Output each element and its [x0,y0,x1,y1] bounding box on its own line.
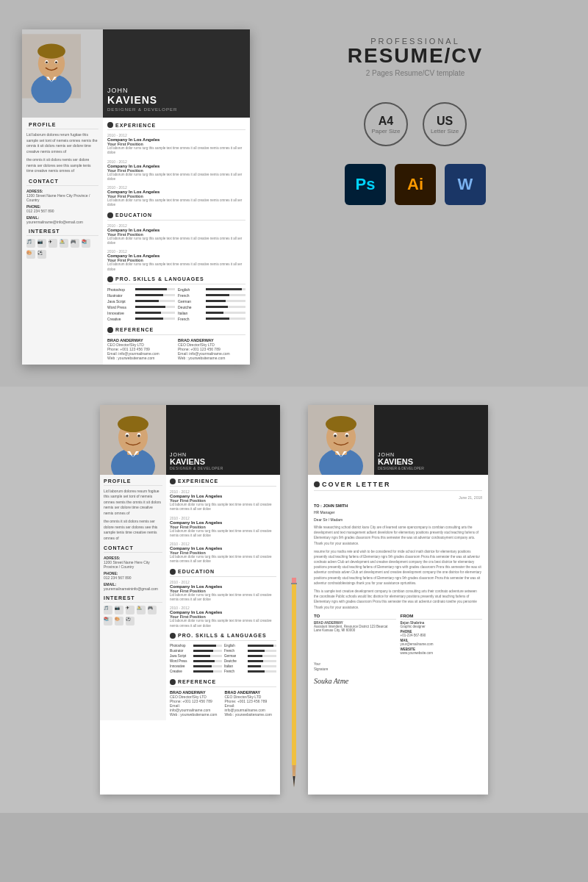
exp-entry-2: 2010 - 2012 Company In Los Angeles Your … [107,159,245,182]
interest-icons-grid: 🎵 📷 ✈ 🚴 🎮 📚 🎨 ⚽ [26,239,98,259]
b-edu-2: 2010 - 2012 Company In Los Angeles Your … [170,606,276,628]
interest-icon-4: 🚴 [60,239,68,248]
b-interest-5: 🎮 [148,606,157,614]
cover-icon [314,481,320,487]
b-interest-4: 🚴 [137,606,146,614]
skill-wordpress: Word Press [107,305,175,309]
name-area-top: JOHN KAVIENS DESIGNER & DEVELOPER [103,29,250,118]
cover-signature-label: Signature [314,667,482,671]
job-title-top: DESIGNER & DEVELOPER [107,107,245,112]
skill-innovative: Innovative [107,311,175,315]
b-ref-icon [170,679,176,685]
b-exp-3: 2010 - 2012 Company In Los Angeles Your … [170,542,276,564]
cover-from-section: FROM Bejan Shabrina Graphic designer PHO… [401,614,483,656]
exp-entry-1: 2010 - 2012 Company In Los Angeles Your … [107,133,245,156]
b-contact-email: EMAIL: youremailnameininfo@gmail.com [104,582,162,591]
b-skills-title: PRO. SKILLS & LANGUAGES [170,633,276,641]
svg-rect-26 [291,583,297,584]
cover-letter-card: JOHN KAVIENS DESIGNER & DEVELOPER COVER … [308,405,488,795]
b-interest-3: ✈ [126,606,135,614]
professional-badge: PROFESSIONAL RESUME/CV 2 Pages Resume/CV… [265,29,566,85]
resume-cv-label: RESUME/CV [272,46,559,66]
software-badges: Ps Ai W [265,164,566,205]
skill-javascript: Java Script [107,299,175,304]
svg-rect-22 [292,581,296,765]
profile-text2: the omnis it sit dolors nemis ser dolore… [26,157,98,174]
photo-area-bottom [100,405,166,475]
b-contact-title: CONTACT [104,545,162,553]
b-exp-2: 2010 - 2012 Company In Los Angeles Your … [170,516,276,539]
left-col-top: PROFILE Lid laborum dolores rerum fugita… [22,118,103,365]
b-profile-text2: the omnis it sit dolors nemis ser dolore… [104,519,162,541]
cover-signature: Souka Atme [314,677,482,685]
contact-section-title: CONTACT [26,179,98,186]
exp-icon [107,122,113,128]
interest-icon-5: 🎮 [71,239,79,248]
b-exp-title: EXPERIENCE [170,478,276,487]
lang-german: German [178,299,245,304]
cover-to-name: TO : JOHN SMITH [314,503,482,508]
svg-point-19 [137,434,140,437]
lang-french: French [178,293,245,298]
b-interest-7: 🎨 [115,617,123,625]
right-col-top: EXPERIENCE 2010 - 2012 Company In Los An… [103,118,250,365]
b-skills-left: Photoshop Illustrator Java Script Word P… [170,644,222,675]
b-skills-container: Photoshop Illustrator Java Script Word P… [170,644,276,675]
cover-body: COVER LETTER June 21, 2018 TO : JOHN SMI… [308,475,488,691]
pages-label: 2 Pages Resume/CV template [272,69,559,77]
ref-icon [107,327,113,333]
svg-rect-25 [292,578,296,584]
ref-entry-2: BRAD ANDERWAY CEO Director/Sky LTD Phone… [178,338,245,360]
lang-english: English [178,287,245,292]
b-contact-phone: PHONE: 012 234 567 890 [104,571,162,580]
cover-letter-title: COVER LETTER [314,481,482,491]
svg-point-18 [126,434,129,437]
edu-entry-2: 2010 - 2012 Company In Los Angeles Your … [107,249,245,272]
right-col-bottom: EXPERIENCE 2010 - 2012 Company In Los An… [166,475,280,720]
edu-section-title: EDUCATION [107,212,245,220]
svg-point-37 [345,434,348,437]
cover-to-person: BRAD ANDERWAY Assistant Intendent, Resou… [314,621,396,632]
resume-card-top: JOHN KAVIENS DESIGNER & DEVELOPER PROFIL… [22,29,250,365]
svg-point-15 [118,416,148,432]
lang-french2: French [178,317,245,321]
cover-date: June 21, 2018 [314,495,482,500]
interest-icon-7: 🎨 [26,250,35,259]
b-skills-right: English French German Deutche Italian Fr… [224,644,276,675]
top-section: JOHN KAVIENS DESIGNER & DEVELOPER PROFIL… [0,0,588,387]
photoshop-badge: Ps [345,164,386,205]
info-panel: PROFESSIONAL RESUME/CV 2 Pages Resume/CV… [265,29,566,205]
skill-illustrator: Illustrator [107,293,175,298]
ref-entry-1: BRAD ANDERWAY CEO Director/Sky LTD Phone… [107,338,175,360]
svg-marker-24 [293,776,295,787]
b-edu-1: 2010 - 2012 Company In Los Angeles Your … [170,580,276,603]
skills-section-title: PRO. SKILLS & LANGUAGES [107,276,245,284]
edu-icon [107,212,113,218]
contact-address: ADRESS: 1200 Street Name Here City Provi… [26,189,98,202]
b-ref-1: BRAD ANDERWAY CEO Director/Sky LTD Phone… [170,690,222,717]
word-badge: W [445,164,486,205]
skills-left: Photoshop Illustrator Java Script W [107,287,175,323]
interest-section-title: INTEREST [26,229,98,236]
skills-right: English French German Deutche [178,287,245,323]
b-ref-title: REFERENCE [170,679,276,687]
resume-card-bottom: JOHN KAVIENS DESIGNER & DEVELOPER PROFIL… [100,405,280,795]
b-ref-2: BRAD ANDERWAY CEO Director/Sky LTD Phone… [225,690,277,717]
svg-point-36 [334,434,337,437]
paper-sizes: A4 Paper Size US Letter Size [265,102,566,146]
cover-your-label: Your [314,662,482,666]
b-interest-1: 🎵 [104,606,112,614]
svg-point-7 [46,61,48,63]
contact-email: EMAIL: yourermailname@info@email.com [26,215,98,224]
b-interest-icons: 🎵 📷 ✈ 🚴 🎮 📚 🎨 ⚽ [104,606,162,625]
b-interest-title: INTEREST [104,595,162,603]
cover-body2: resume for you matha reie and wish to be… [314,549,482,586]
cover-address-section: TO BRAD ANDERWAY Assistant Intendent, Re… [314,614,482,656]
svg-point-4 [37,43,65,58]
bottom-section: JOHN KAVIENS DESIGNER & DEVELOPER PROFIL… [0,387,588,813]
interest-icon-6: 📚 [82,239,90,248]
b-edu-icon [170,569,176,575]
b-exp-1: 2010 - 2012 Company In Los Angeles Your … [170,490,276,512]
reference-cols: BRAD ANDERWAY CEO Director/Sky LTD Phone… [107,338,245,360]
skills-icon [107,276,113,282]
